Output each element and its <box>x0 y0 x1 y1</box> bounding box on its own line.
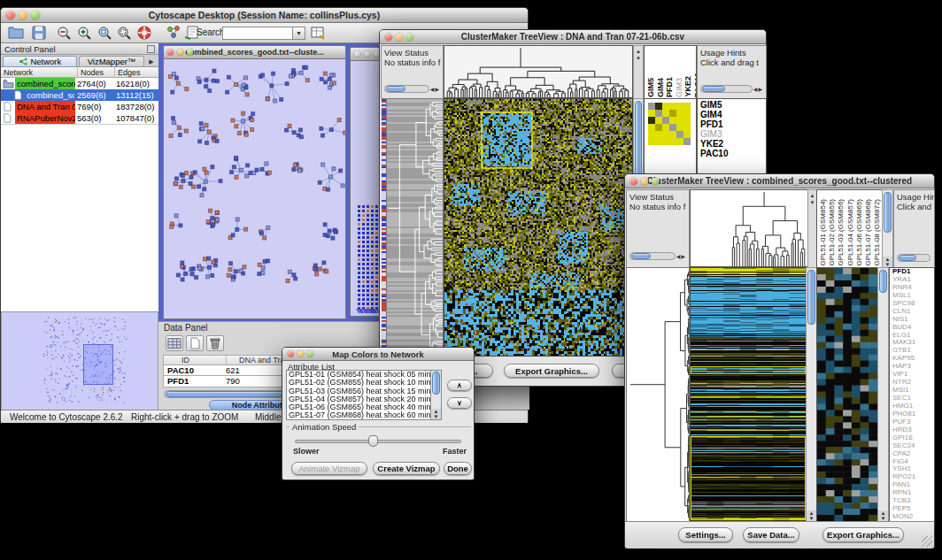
attribute-list[interactable]: GPL51-01 (GSM854) heat shock 05 min GPL5… <box>286 370 442 420</box>
heatmap-vscrollbar[interactable]: ▲▼ <box>807 268 816 521</box>
zoom-button[interactable] <box>187 50 193 56</box>
scroll-left-arrow[interactable]: ◀ <box>676 253 681 260</box>
scrollbar-thumb[interactable] <box>702 86 725 92</box>
close-button[interactable] <box>630 178 637 185</box>
network-row-combined-scores[interactable]: combined_scores 2764(0) 16218(0) <box>1 78 158 89</box>
gene-label[interactable]: SPC98 <box>890 300 934 308</box>
minimize-button[interactable] <box>364 51 370 58</box>
window-controls[interactable] <box>354 51 380 58</box>
scroll-left-arrow[interactable]: ◀ <box>430 86 435 93</box>
birdseye-overview[interactable] <box>2 312 158 410</box>
gene-label[interactable]: HRD3 <box>890 426 934 434</box>
view-status-scrollbar[interactable]: ◀▶ <box>629 252 685 260</box>
gene-label[interactable]: VIP1 <box>890 371 934 379</box>
create-vizmap-button[interactable]: Create Vizmap <box>373 462 440 475</box>
minimize-button[interactable] <box>396 34 403 41</box>
list-vscrollbar[interactable]: ▲▼ <box>431 371 441 419</box>
gene-label[interactable]: TCB3 <box>890 497 934 505</box>
gene-label[interactable]: MSL1 <box>890 292 934 300</box>
scroll-arrows[interactable]: ▲▼ <box>431 409 441 419</box>
gene-label[interactable]: HMG1 <box>890 403 934 410</box>
attribute-browser-icon[interactable] <box>309 25 327 41</box>
gene-label[interactable]: CPA2 <box>890 450 934 458</box>
zoom-button[interactable] <box>652 178 659 185</box>
row-label[interactable]: PAC10 <box>698 149 766 158</box>
scroll-left-arrow[interactable]: ◀ <box>753 86 758 93</box>
window-controls[interactable] <box>167 50 193 56</box>
gene-label[interactable]: PAN1 <box>890 481 934 489</box>
row-label[interactable]: GIM5 <box>698 100 766 110</box>
pane-splitter-arrows[interactable]: ▲▼ <box>634 46 643 98</box>
usage-hints-scrollbar[interactable]: ◀▶ <box>700 85 762 93</box>
close-button[interactable] <box>385 34 392 41</box>
labels-vscrollbar[interactable]: ▲▼ <box>883 190 892 267</box>
gene-label[interactable]: MAK31 <box>890 339 934 347</box>
zoom-in-icon[interactable] <box>76 25 94 41</box>
gene-label[interactable]: FIG4 <box>890 458 934 466</box>
treeview1-titlebar[interactable]: ClusterMaker TreeView : DNA and Tran 07-… <box>380 30 766 44</box>
gene-label[interactable]: NTR2 <box>890 379 934 387</box>
export-graphics-button[interactable]: Export Graphics... <box>822 527 904 542</box>
gene-label[interactable]: KAP95 <box>890 355 934 363</box>
gene-label[interactable]: GTB1 <box>890 347 934 355</box>
new-attribute-icon[interactable] <box>186 335 204 351</box>
gene-label[interactable]: RPO21 <box>890 473 934 481</box>
tab-network[interactable]: Network <box>3 56 77 67</box>
minimize-button[interactable] <box>297 351 304 357</box>
tab-vizmapper[interactable]: VizMapper™ <box>79 56 144 67</box>
tab-overflow-arrow[interactable]: ▶ <box>146 56 157 67</box>
dialog-titlebar[interactable]: Map Colors to Network <box>282 348 474 361</box>
gene-label[interactable]: PHO81 <box>890 410 934 418</box>
close-button[interactable] <box>354 51 360 58</box>
column-dendrogram[interactable] <box>444 46 632 97</box>
zoom-heatmap[interactable] <box>648 103 691 145</box>
column-dendrogram[interactable] <box>691 190 807 266</box>
usage-hints-scrollbar[interactable] <box>897 254 930 262</box>
row-label[interactable]: YKE2 <box>698 139 766 149</box>
minimize-button[interactable] <box>19 11 27 19</box>
zoom-selected-icon[interactable] <box>97 25 114 41</box>
global-heatmap[interactable] <box>691 268 806 521</box>
search-input[interactable] <box>222 27 293 40</box>
move-down-button[interactable]: ∨ <box>447 397 472 409</box>
zoom-button[interactable] <box>307 351 313 357</box>
network-row-dna-tran[interactable]: DNA and Tran 07 769(0) 183728(0) <box>1 101 158 112</box>
network-row-rnapuber[interactable]: RNAPuberNov2+ 563(0) 107847(0) <box>1 112 158 124</box>
scrollbar-thumb[interactable] <box>879 270 887 293</box>
zoom-vscrollbar[interactable]: ▲▼ <box>878 268 888 521</box>
gene-label[interactable]: PUF3 <box>890 418 934 426</box>
gene-label[interactable]: ELG1 <box>890 332 934 340</box>
main-titlebar[interactable]: Cytoscape Desktop (Session Name: collins… <box>1 8 528 23</box>
scroll-arrows[interactable]: ▲▼ <box>883 257 892 267</box>
gene-label[interactable]: MON2 <box>890 513 934 521</box>
window-controls[interactable] <box>6 11 40 19</box>
gene-label[interactable]: NIS1 <box>890 316 934 324</box>
global-heatmap[interactable] <box>444 99 632 356</box>
move-up-button[interactable]: ∧ <box>447 380 472 391</box>
export-graphics-button[interactable]: Export Graphics... <box>504 364 599 378</box>
network-row-combined-sco-selected[interactable]: combined_sco 2569(6) 13112(15) <box>1 89 158 101</box>
open-folder-icon[interactable] <box>7 25 25 41</box>
minimize-button[interactable] <box>177 50 183 56</box>
network-view-titlebar[interactable]: combined_scores_good.txt--cluste... <box>164 46 345 59</box>
row-label[interactable]: GIM4 <box>698 110 766 119</box>
settings-button[interactable]: Settings... <box>678 527 733 542</box>
row-label[interactable]: PFD1 <box>698 119 766 129</box>
gene-label[interactable]: SEC1 <box>890 395 934 403</box>
search-dropdown-button[interactable]: ▼ <box>293 27 305 40</box>
animation-slider-track[interactable] <box>295 440 461 443</box>
resize-grip[interactable] <box>922 536 932 547</box>
animate-vizmap-button[interactable]: Animate Vizmap <box>291 462 367 475</box>
window-controls[interactable] <box>385 34 413 41</box>
save-icon[interactable] <box>30 25 48 41</box>
attribute-item[interactable]: GPL51-07 (GSM868) heat shock 60 min <box>287 411 441 419</box>
animation-slider-thumb[interactable] <box>368 435 378 447</box>
gene-label[interactable]: PEP5 <box>890 505 934 513</box>
gene-label[interactable]: HAP3 <box>890 363 934 371</box>
scroll-right-arrow[interactable]: ▶ <box>681 253 685 260</box>
scroll-right-arrow[interactable]: ▶ <box>435 86 439 93</box>
gene-label[interactable]: BUD4 <box>890 324 934 332</box>
scrollbar-thumb[interactable] <box>899 255 916 261</box>
pane-splitter-arrows[interactable]: ▲▼ <box>808 190 816 267</box>
done-button[interactable]: Done <box>444 462 472 475</box>
